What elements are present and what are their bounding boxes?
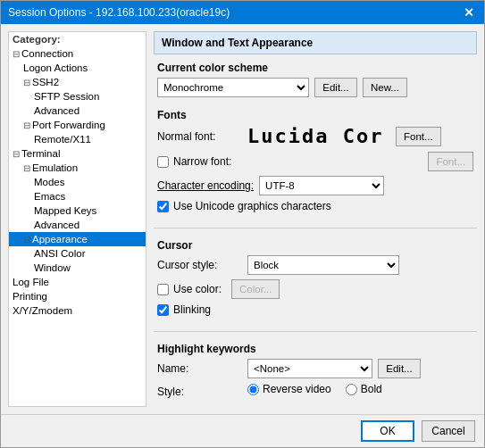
normal-font-button[interactable]: Font... xyxy=(396,127,441,146)
fonts-section: Fonts Normal font: Lucida Cor Font... Na… xyxy=(154,109,477,217)
close-icon[interactable]: ✕ xyxy=(461,4,477,21)
blinking-checkbox[interactable] xyxy=(157,304,169,316)
right-panel: Window and Text Appearance Current color… xyxy=(154,31,477,407)
sidebar-item-advanced[interactable]: Advanced xyxy=(9,104,146,118)
font-preview: Lucida Cor xyxy=(247,125,390,147)
unicode-label: Use Unicode graphics characters xyxy=(173,200,331,212)
category-label: Category: xyxy=(9,32,146,46)
sidebar-item-emacs[interactable]: Emacs xyxy=(9,189,146,203)
sidebar-item-appearance[interactable]: ⊟Appearance xyxy=(9,232,146,246)
radio-bold-input[interactable] xyxy=(346,384,357,395)
highlight-name-label: Name: xyxy=(157,362,242,375)
sidebar-item-mapped_keys[interactable]: Mapped Keys xyxy=(9,203,146,218)
radio-bold: Bold xyxy=(346,383,382,395)
window-title: Session Options - 192.168.100.233(oracle… xyxy=(8,6,230,19)
color-scheme-select[interactable]: Monochrome xyxy=(157,78,309,97)
sidebar-item-terminal[interactable]: ⊟Terminal xyxy=(9,146,146,161)
blinking-row: Blinking xyxy=(157,303,473,316)
cancel-button[interactable]: Cancel xyxy=(422,420,475,442)
use-color-row: Use color: Color... xyxy=(157,279,473,299)
highlight-style-row: Style: Reverse video Bold xyxy=(157,383,473,400)
highlight-section: Highlight keywords Name: <None> Edit... … xyxy=(154,343,477,404)
sidebar-item-printing[interactable]: Printing xyxy=(9,289,146,303)
normal-font-label: Normal font: xyxy=(157,130,242,143)
encoding-label: Character encoding: xyxy=(157,179,254,192)
unicode-checkbox[interactable] xyxy=(157,201,169,212)
cursor-section: Cursor Cursor style: Block Underline I-B… xyxy=(154,239,477,320)
use-color-label: Use color: xyxy=(173,283,222,295)
ok-button[interactable]: OK xyxy=(361,420,414,442)
highlight-radio-group: Reverse video Bold xyxy=(247,383,382,395)
highlight-edit-button[interactable]: Edit... xyxy=(378,359,421,378)
encoding-row: Character encoding: UTF-8 xyxy=(157,176,473,195)
sidebar-item-modes[interactable]: Modes xyxy=(9,175,146,189)
highlight-style-label: Style: xyxy=(157,386,242,398)
color-scheme-section: Current color scheme Monochrome Edit... … xyxy=(154,62,477,102)
highlight-name-row: Name: <None> Edit... xyxy=(157,359,473,378)
radio-reverse-video-input[interactable] xyxy=(247,384,259,395)
radio-reverse-video-label: Reverse video xyxy=(263,383,331,395)
color-scheme-new-button[interactable]: New... xyxy=(363,78,407,97)
normal-font-row: Normal font: Lucida Cor Font... xyxy=(157,125,473,147)
radio-reverse-video: Reverse video xyxy=(247,383,331,395)
color-scheme-row: Monochrome Edit... New... xyxy=(157,78,473,97)
sidebar-item-xyzmodem[interactable]: X/Y/Zmodem xyxy=(9,303,146,318)
title-bar: Session Options - 192.168.100.233(oracle… xyxy=(1,1,484,24)
narrow-font-label: Narrow font: xyxy=(173,155,231,168)
sidebar: Category: ⊟ConnectionLogon Actions⊟SSH2S… xyxy=(8,31,146,407)
sidebar-item-port_forwarding[interactable]: ⊟Port Forwarding xyxy=(9,118,146,132)
sidebar-item-remotex11[interactable]: Remote/X11 xyxy=(9,132,146,146)
sidebar-item-window[interactable]: Window xyxy=(9,261,146,275)
panel-header: Window and Text Appearance xyxy=(154,31,477,54)
sidebar-item-emulation[interactable]: ⊟Emulation xyxy=(9,161,146,175)
color-scheme-edit-button[interactable]: Edit... xyxy=(314,78,357,97)
use-color-checkbox[interactable] xyxy=(157,284,169,295)
highlight-name-select[interactable]: <None> xyxy=(247,359,372,378)
encoding-select[interactable]: UTF-8 xyxy=(259,176,384,195)
sidebar-item-sftp_session[interactable]: SFTP Session xyxy=(9,89,146,104)
sidebar-item-advanced[interactable]: Advanced xyxy=(9,218,146,232)
sidebar-item-connection[interactable]: ⊟Connection xyxy=(9,46,146,61)
sidebar-item-ansi_color[interactable]: ANSI Color xyxy=(9,246,146,261)
cursor-style-label: Cursor style: xyxy=(157,259,242,271)
bottom-bar: OK Cancel xyxy=(1,414,484,447)
cursor-style-select[interactable]: Block Underline I-Beam xyxy=(247,255,399,275)
color-scheme-label: Current color scheme xyxy=(157,62,473,74)
cursor-label: Cursor xyxy=(157,239,473,252)
narrow-font-checkbox[interactable] xyxy=(157,156,169,168)
radio-bold-label: Bold xyxy=(361,383,382,395)
unicode-row: Use Unicode graphics characters xyxy=(157,200,473,212)
color-button[interactable]: Color... xyxy=(231,279,280,299)
sidebar-item-log_file[interactable]: Log File xyxy=(9,275,146,289)
cursor-style-row: Cursor style: Block Underline I-Beam xyxy=(157,255,473,275)
blinking-label: Blinking xyxy=(173,303,211,316)
narrow-font-button[interactable]: Font... xyxy=(428,152,473,171)
fonts-label: Fonts xyxy=(157,109,473,121)
content-area: Category: ⊟ConnectionLogon Actions⊟SSH2S… xyxy=(1,24,484,414)
session-options-window: Session Options - 192.168.100.233(oracle… xyxy=(0,0,485,448)
sidebar-item-ssh2[interactable]: ⊟SSH2 xyxy=(9,75,146,89)
highlight-label: Highlight keywords xyxy=(157,343,473,355)
narrow-font-row: Narrow font: Font... xyxy=(157,152,473,171)
sidebar-item-logon_actions[interactable]: Logon Actions xyxy=(9,61,146,75)
